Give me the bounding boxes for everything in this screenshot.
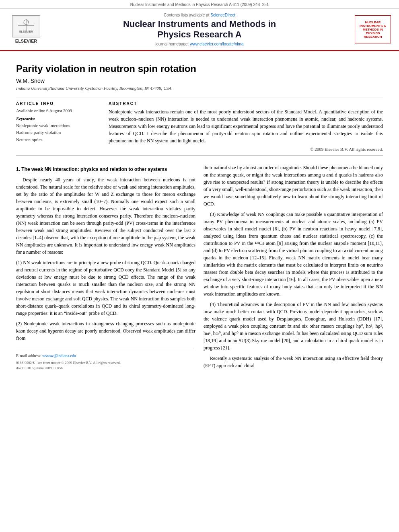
journal-top-bar: Nuclear Instruments and Methods in Physi… xyxy=(0,0,399,9)
abstract-text: Nonleptonic weak interactions remain one… xyxy=(109,108,383,144)
elsevier-logo: ELSEVIER ELSEVIER xyxy=(8,15,44,43)
journal-homepage-link[interactable]: www.elsevier.com/locate/nima xyxy=(190,42,243,46)
svg-text:ELSEVIER: ELSEVIER xyxy=(19,30,33,33)
journal-logo-right: NUCLEAR INSTRUMENTS & METHODS IN PHYSICS… xyxy=(355,15,391,43)
body-col-right: their natural size by almost an order of… xyxy=(204,164,383,372)
footnote-section: E-mail address: wsnow@indiana.edu 0168-9… xyxy=(16,350,195,371)
journal-citation: Nuclear Instruments and Methods in Physi… xyxy=(130,2,269,7)
elsevier-brand-text: ELSEVIER xyxy=(15,39,37,43)
email-label: E-mail address: xyxy=(16,353,41,358)
col1-para-1: Despite nearly 40 years of study, the we… xyxy=(16,176,195,256)
article-title: Parity violation in neutron spin rotatio… xyxy=(16,63,383,74)
email-link[interactable]: wsnow@indiana.edu xyxy=(42,353,76,358)
elsevier-header: ELSEVIER ELSEVIER Contents lists availab… xyxy=(0,9,399,51)
keywords-label: Keywords: xyxy=(16,116,97,121)
author-affiliation: Indiana University/Indiana University Cy… xyxy=(16,86,383,90)
col1-para-2: (1) NN weak interactions are in principl… xyxy=(16,259,195,317)
elsevier-logo-box: ELSEVIER xyxy=(12,15,40,37)
available-online-date: Available online 6 August 2009 xyxy=(16,108,97,113)
col1-para-3: (2) Nonleptonic weak interactions in str… xyxy=(16,320,195,342)
contents-available-line: Contents lists available at ScienceDirec… xyxy=(52,13,347,17)
journal-main-title: Nuclear Instruments and Methods in Physi… xyxy=(52,19,347,40)
article-info-label: ARTICLE INFO xyxy=(16,101,97,106)
email-footnote: E-mail address: wsnow@indiana.edu xyxy=(16,353,195,359)
keyword-2: Hadronic parity violation xyxy=(16,129,97,136)
col2-para-3: (4) Theoretical advances in the descript… xyxy=(204,301,383,351)
abstract-section: ABSTRACT Nonleptonic weak interactions r… xyxy=(109,101,383,152)
author-name: W.M. Snow xyxy=(16,78,383,84)
copyright-line: © 2009 Elsevier B.V. All rights reserved… xyxy=(109,147,383,152)
page-wrapper: Nuclear Instruments and Methods in Physi… xyxy=(0,0,399,532)
body-col-left: 1. The weak NN interaction: physics and … xyxy=(16,164,195,372)
keyword-3: Neutron optics xyxy=(16,136,97,144)
col2-para-4: Recently a systematic analysis of the we… xyxy=(204,355,383,369)
col2-para-2: (3) Knowledge of weak NN couplings can m… xyxy=(204,211,383,298)
doi-line: doi:10.1016/j.nima.2009.07.056 xyxy=(16,366,195,371)
section1-heading: 1. The weak NN interaction: physics and … xyxy=(16,166,195,173)
journal-homepage: journal homepage: www.elsevier.com/locat… xyxy=(52,42,347,46)
main-content: Parity violation in neutron spin rotatio… xyxy=(0,51,399,380)
abstract-label: ABSTRACT xyxy=(109,101,383,106)
journal-title-block: Contents lists available at ScienceDirec… xyxy=(44,13,355,46)
body-columns: 1. The weak NN interaction: physics and … xyxy=(16,164,383,372)
sciencedirect-link[interactable]: ScienceDirect xyxy=(210,13,235,17)
article-info-section: ARTICLE INFO Available online 6 August 2… xyxy=(16,97,383,156)
keyword-1: Nonleptonic weak interactions xyxy=(16,122,97,129)
col2-para-1: their natural size by almost an order of… xyxy=(204,164,383,207)
article-info-left: ARTICLE INFO Available online 6 August 2… xyxy=(16,101,97,152)
issn-line: 0168-9002/$ - see front matter © 2009 El… xyxy=(16,360,195,366)
